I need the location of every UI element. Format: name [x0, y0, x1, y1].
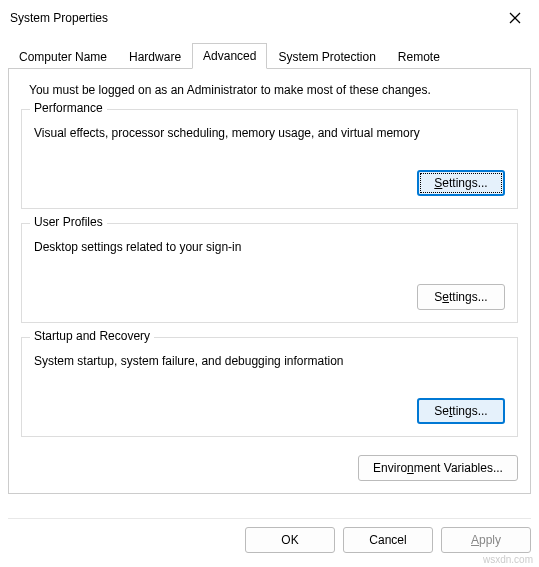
- group-performance: Performance Visual effects, processor sc…: [21, 109, 518, 209]
- tab-system-protection[interactable]: System Protection: [267, 44, 386, 69]
- window-title: System Properties: [10, 11, 108, 25]
- group-startup-recovery: Startup and Recovery System startup, sys…: [21, 337, 518, 437]
- close-icon: [509, 12, 521, 24]
- tab-hardware[interactable]: Hardware: [118, 44, 192, 69]
- startup-recovery-settings-button[interactable]: Settings...: [417, 398, 505, 424]
- title-bar: System Properties: [0, 0, 539, 34]
- admin-note: You must be logged on as an Administrato…: [21, 83, 518, 97]
- apply-button[interactable]: Apply: [441, 527, 531, 553]
- tab-advanced[interactable]: Advanced: [192, 43, 267, 69]
- group-desc-startup-recovery: System startup, system failure, and debu…: [34, 354, 505, 368]
- performance-settings-button[interactable]: Settings...: [417, 170, 505, 196]
- group-title-user-profiles: User Profiles: [30, 215, 107, 229]
- tab-panel-advanced: You must be logged on as an Administrato…: [8, 68, 531, 494]
- close-button[interactable]: [501, 6, 529, 30]
- tab-strip: Computer Name Hardware Advanced System P…: [0, 42, 539, 68]
- group-title-performance: Performance: [30, 101, 107, 115]
- group-title-startup-recovery: Startup and Recovery: [30, 329, 154, 343]
- user-profiles-settings-button[interactable]: Settings...: [417, 284, 505, 310]
- group-user-profiles: User Profiles Desktop settings related t…: [21, 223, 518, 323]
- dialog-button-bar: OK Cancel Apply: [8, 518, 531, 561]
- ok-button[interactable]: OK: [245, 527, 335, 553]
- group-desc-user-profiles: Desktop settings related to your sign-in: [34, 240, 505, 254]
- group-desc-performance: Visual effects, processor scheduling, me…: [34, 126, 505, 140]
- cancel-button[interactable]: Cancel: [343, 527, 433, 553]
- tab-remote[interactable]: Remote: [387, 44, 451, 69]
- tab-computer-name[interactable]: Computer Name: [8, 44, 118, 69]
- environment-variables-button[interactable]: Environment Variables...: [358, 455, 518, 481]
